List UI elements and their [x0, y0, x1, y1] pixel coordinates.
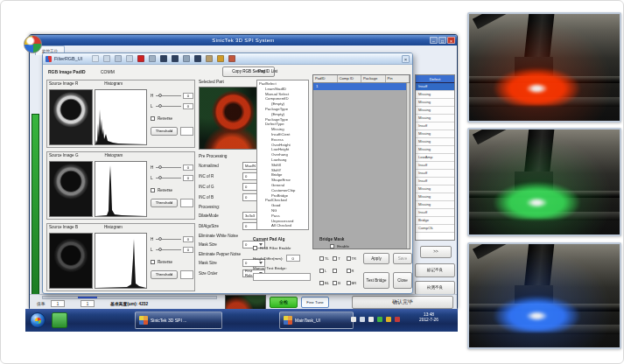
bridge-cell-checkbox[interactable]	[319, 281, 324, 285]
source-image-b[interactable]	[49, 233, 93, 289]
defect-row[interactable]: Missing	[416, 91, 454, 99]
bridge-cell-checkbox[interactable]	[319, 256, 324, 261]
defect-row[interactable]: Insuff	[416, 83, 454, 91]
toolbar-icon[interactable]	[149, 55, 156, 62]
main-window-titlebar[interactable]: SinicTek 3D SPI System –□×	[30, 35, 457, 46]
tray-icon[interactable]	[395, 317, 400, 322]
toolbar-icon[interactable]	[172, 55, 179, 62]
threshold-button[interactable]: Threshold	[151, 127, 178, 136]
l-slider[interactable]	[156, 249, 181, 250]
defect-row[interactable]: Missing	[416, 107, 454, 115]
magnification-value-1[interactable]: 1	[51, 300, 65, 307]
manual-test-bridge-input[interactable]	[253, 273, 311, 281]
bridge-cell-checkbox[interactable]	[333, 281, 337, 285]
pad-table[interactable]: PadIDComp IDPackagePin 1	[312, 74, 410, 249]
close-button[interactable]: Close	[393, 272, 412, 289]
rgb-filter-checkbox[interactable]	[253, 246, 257, 250]
defect-row[interactable]: Insuff	[416, 209, 454, 217]
table-scrollbar[interactable]	[406, 83, 410, 248]
defect-row[interactable]: Missing	[416, 146, 454, 154]
toolbar-icon[interactable]	[137, 55, 144, 62]
dialog-close-icon[interactable]: ×	[402, 55, 410, 63]
tray-icon[interactable]	[360, 317, 365, 322]
bridge-mask-cell[interactable]: B	[333, 276, 346, 289]
pad-table-column[interactable]: Package	[361, 75, 386, 82]
defect-row[interactable]: Missing	[416, 138, 454, 146]
l-value-box[interactable]: 0	[183, 247, 193, 253]
tray-icon[interactable]	[351, 317, 356, 322]
bridge-mask-cell[interactable]: TR	[347, 252, 360, 264]
scrollbar-thumb[interactable]	[78, 297, 97, 298]
inspect-defect-button[interactable]: 检测不良	[415, 281, 455, 295]
threshold-button[interactable]: Threshold	[151, 270, 178, 279]
bridge-mask-cell[interactable]: BL	[319, 276, 333, 289]
bridge-mask-cell[interactable]: L	[319, 264, 333, 276]
defect-row[interactable]: LowAmp	[416, 154, 454, 162]
toolbar-icon[interactable]	[160, 55, 167, 62]
defect-row[interactable]: Insuff	[416, 170, 454, 178]
bridge-cell-checkbox[interactable]	[347, 269, 351, 273]
l-slider[interactable]	[156, 178, 181, 178]
taskbar-clock[interactable]: 13:48 2012-7-26	[405, 312, 452, 323]
defect-row[interactable]: Missing	[416, 201, 454, 209]
window-control-button[interactable]: ×	[447, 37, 455, 44]
apply-button[interactable]: Apply	[363, 253, 389, 264]
h-value-box[interactable]: 0	[183, 164, 193, 171]
threshold-value-box[interactable]	[180, 127, 193, 136]
defect-row[interactable]: Missing	[416, 115, 454, 122]
confirm-complete-button[interactable]: 确认完毕	[352, 296, 453, 309]
threshold-button[interactable]: Threshold	[151, 199, 178, 207]
window-control-button[interactable]: □	[438, 37, 446, 44]
l-slider[interactable]	[156, 106, 181, 107]
reverse-checkbox[interactable]	[151, 260, 155, 264]
toolbar-icon[interactable]	[194, 55, 201, 62]
tray-icon[interactable]	[386, 317, 391, 322]
mark-defect-button[interactable]: 标记不良	[415, 263, 455, 277]
defect-row[interactable]: Missing	[416, 186, 454, 193]
window-control-button[interactable]: –	[430, 37, 438, 44]
pad-table-column[interactable]: Pin	[386, 75, 410, 82]
bridge-enable-checkbox[interactable]	[330, 244, 334, 248]
save-button[interactable]: Save	[393, 253, 412, 264]
bridge-mask-cell[interactable]: T	[333, 252, 346, 264]
toolbar-icon[interactable]	[206, 55, 213, 62]
taskbar-app-spi[interactable]: SinicTek 3D SPI ...	[135, 312, 222, 329]
threshold-value-box[interactable]	[180, 270, 193, 279]
magnification-value-2[interactable]: 1	[81, 300, 95, 307]
padid-tree[interactable]: PadSelectLearnStadIDManual SelectCompone…	[256, 80, 309, 230]
more-button[interactable]: >>	[420, 246, 452, 258]
defect-row[interactable]: Missing	[416, 193, 454, 201]
defect-row[interactable]: CompOk	[416, 225, 454, 233]
reverse-checkbox[interactable]	[151, 116, 155, 121]
toolbar-icon[interactable]	[103, 55, 110, 62]
toolbar-icon[interactable]	[217, 55, 224, 62]
defect-table[interactable]: Defect InsuffMissingMissingMissingMissin…	[415, 74, 455, 241]
h-slider[interactable]	[156, 95, 181, 96]
bridge-mask-cell[interactable]: TL	[319, 252, 333, 264]
defect-row[interactable]: Insuff	[416, 122, 454, 130]
bridge-mask-cell[interactable]: R	[347, 264, 360, 276]
bridge-mask-cell[interactable]: BR	[347, 276, 360, 289]
dialog-titlebar[interactable]: FilterRGB_UI ×	[43, 53, 412, 65]
defect-row[interactable]: Bridge	[416, 217, 454, 225]
tray-icon[interactable]	[377, 317, 382, 322]
test-bridge-button[interactable]: Test Bridge	[363, 272, 389, 289]
defect-row[interactable]: Insuff	[416, 178, 454, 186]
bridge-cell-checkbox[interactable]	[319, 269, 324, 273]
taskbar-app-maintask[interactable]: MainTask_UI	[279, 312, 354, 329]
toolbar-icon[interactable]	[126, 55, 133, 62]
table-row[interactable]: 1	[313, 83, 410, 90]
source-image-g[interactable]	[49, 161, 93, 217]
h-value-box[interactable]: 0	[183, 236, 193, 242]
toolbar-icon[interactable]	[115, 55, 122, 62]
h-slider[interactable]	[156, 239, 181, 240]
full-inspect-button[interactable]: 全检	[270, 297, 298, 308]
bridge-cell-checkbox[interactable]	[333, 269, 337, 273]
fine-tune-button[interactable]: Fine Tune	[301, 297, 329, 308]
height-differ-value[interactable]: 0	[286, 255, 300, 262]
threshold-value-box[interactable]	[180, 199, 193, 207]
bridge-mask-cell[interactable]	[333, 264, 346, 276]
toolbar-icon[interactable]	[228, 55, 235, 62]
l-value-box[interactable]: 0	[183, 103, 193, 109]
tray-icon[interactable]	[368, 317, 374, 322]
